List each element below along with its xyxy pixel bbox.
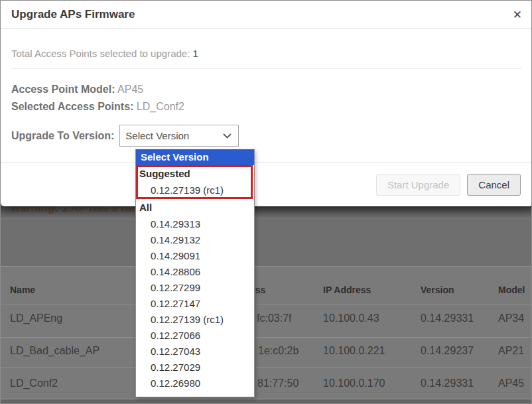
access-point-model-line: Access Point Model: AP45 <box>11 81 522 98</box>
background-toolbar-band <box>1 220 531 266</box>
dropdown-option[interactable]: 0.12.27147 <box>136 296 254 312</box>
dropdown-option[interactable]: 0.14.29313 <box>136 216 254 232</box>
divider <box>11 68 522 69</box>
upgrade-version-row: Upgrade To Version: Select Version <box>11 125 522 147</box>
table-row-model: AP45 <box>498 377 524 389</box>
dropdown-option[interactable]: 0.12.27139 (rc1) <box>136 182 254 199</box>
dropdown-option[interactable]: 0.12.27029 <box>136 360 254 375</box>
dropdown-option[interactable]: 0.12.27299 <box>136 280 254 296</box>
upgrade-to-version-label: Upgrade To Version: <box>11 130 114 142</box>
table-row-mac: 81:77:50 <box>257 377 299 389</box>
column-header-ip: IP Address <box>323 285 371 295</box>
table-row-version: 0.14.29331 <box>421 377 474 389</box>
close-icon[interactable]: ✕ <box>513 9 522 21</box>
version-select-value: Select Version <box>125 130 189 141</box>
dropdown-group-all: All <box>136 199 254 216</box>
dropdown-option[interactable]: 0.12.27043 <box>136 344 254 360</box>
row-separator <box>1 368 531 368</box>
column-header-model: Model <box>498 285 525 295</box>
start-upgrade-button[interactable]: Start Upgrade <box>376 174 460 196</box>
table-row-name: LD_APEng <box>10 312 62 324</box>
table-row-mac: 1e:c0:2b <box>258 345 299 357</box>
selected-count-line: Total Access Points selected to upgrade:… <box>11 48 522 59</box>
table-row-version: 0.14.29237 <box>421 345 474 357</box>
table-header-separator <box>1 304 531 305</box>
dialog-body: Total Access Points selected to upgrade:… <box>1 48 532 147</box>
table-row-name: LD_Bad_cable_AP <box>10 345 100 357</box>
dropdown-option[interactable]: 0.12.27139 (rc1) <box>136 312 254 328</box>
access-point-model-value: AP45 <box>117 84 143 95</box>
column-header-version: Version <box>421 285 454 295</box>
clipped-next-row <box>1 399 531 404</box>
table-row-ip: 10.100.0.43 <box>323 312 379 324</box>
dropdown-group-suggested: Suggested <box>136 165 254 182</box>
selected-access-points-label: Selected Access Points: <box>11 101 133 112</box>
version-dropdown-list: Select Version Suggested 0.12.27139 (rc1… <box>135 149 255 397</box>
cancel-button[interactable]: Cancel <box>467 174 521 196</box>
dropdown-option-select-version[interactable]: Select Version <box>136 149 254 165</box>
dialog-header: Upgrade APs Firmware ✕ <box>1 1 532 29</box>
screen: Warning: 1 AP has a newer version alread… <box>0 0 532 404</box>
table-row-ip: 10.100.0.221 <box>323 345 385 357</box>
table-row-model: AP21 <box>498 345 524 357</box>
table-row-model: AP34 <box>498 312 524 324</box>
section-divider <box>1 266 531 267</box>
selected-count-value: 1 <box>193 48 198 59</box>
dropdown-option[interactable]: 0.12.26980 <box>136 375 254 391</box>
dialog-footer: Start Upgrade Cancel <box>1 163 532 206</box>
selected-count-label: Total Access Points selected to upgrade: <box>11 48 190 59</box>
table-row-version: 0.14.29331 <box>421 312 474 324</box>
dropdown-option[interactable]: 0.14.29091 <box>136 248 254 264</box>
access-point-model-label: Access Point Model: <box>11 84 115 95</box>
dropdown-option[interactable]: 0.14.28806 <box>136 264 254 280</box>
table-row-name: LD_Conf2 <box>10 377 58 389</box>
modal-drop-shadow <box>1 206 531 221</box>
table-row-mac: fc:03:7f <box>257 312 291 324</box>
column-header-name: Name <box>10 285 35 295</box>
table-row-ip: 10.100.0.170 <box>323 377 385 389</box>
version-select[interactable]: Select Version <box>119 125 239 147</box>
dropdown-option[interactable]: 0.12.27066 <box>136 328 254 344</box>
dialog-title: Upgrade APs Firmware <box>11 8 135 21</box>
info-fields: Access Point Model: AP45 Selected Access… <box>11 81 522 115</box>
selected-access-points-line: Selected Access Points: LD_Conf2 <box>11 98 522 115</box>
dropdown-option[interactable]: 0.14.29132 <box>136 232 254 248</box>
upgrade-aps-firmware-dialog: Upgrade APs Firmware ✕ Total Access Poin… <box>1 1 532 206</box>
selected-access-points-value: LD_Conf2 <box>137 101 184 112</box>
row-separator <box>1 337 531 338</box>
chevron-down-icon <box>223 133 232 139</box>
